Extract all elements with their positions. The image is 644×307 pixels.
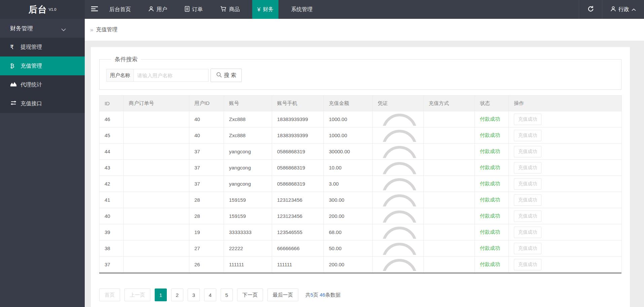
voucher-image[interactable] bbox=[382, 146, 420, 158]
user-id-cell: 28 bbox=[189, 192, 224, 208]
username-input[interactable] bbox=[134, 69, 209, 82]
summary-mid: 页 bbox=[313, 292, 319, 298]
refresh-button[interactable] bbox=[579, 0, 602, 19]
sidebar-item[interactable]: ₹提现管理 bbox=[0, 38, 85, 56]
pagination-page-button[interactable]: 4 bbox=[204, 289, 216, 301]
recharge-status-button[interactable]: 充值成功 bbox=[514, 178, 541, 190]
status-text: 付款成功 bbox=[480, 164, 500, 170]
recharge-records-table: ID商户订单号用户ID账号账号手机充值金额凭证充值方式状态操作 4640Zxc8… bbox=[99, 95, 622, 273]
action-cell: 充值成功 bbox=[509, 127, 622, 144]
column-header: 充值金额 bbox=[324, 95, 373, 111]
sidebar-items: ₹提现管理₿充值管理代理统计充值接口 bbox=[0, 38, 85, 113]
chevron-up-icon bbox=[632, 6, 636, 12]
column-header: 用户ID bbox=[189, 95, 224, 111]
user-menu[interactable]: 行政 bbox=[602, 0, 644, 19]
pagination-page-button[interactable]: 1 bbox=[155, 289, 167, 301]
sidebar-item-label: 充值管理 bbox=[21, 63, 42, 70]
recharge-status-button[interactable]: 充值成功 bbox=[514, 210, 541, 222]
sidebar: 财务管理 ₹提现管理₿充值管理代理统计充值接口 bbox=[0, 19, 85, 307]
method-cell bbox=[424, 127, 475, 144]
voucher-image[interactable] bbox=[382, 227, 420, 239]
user-id-cell: 27 bbox=[189, 240, 224, 257]
exchange-icon bbox=[10, 101, 17, 107]
main-area: » 充值管理 条件搜索 用户名称 搜 索 bbox=[85, 19, 644, 307]
column-header: 账号手机 bbox=[272, 95, 324, 111]
method-cell bbox=[424, 160, 475, 176]
pagination-next-button[interactable]: 下一页 bbox=[237, 289, 263, 301]
order-no-cell bbox=[124, 111, 189, 127]
recharge-status-button[interactable]: 充值成功 bbox=[514, 259, 541, 270]
sidebar-item[interactable]: 代理统计 bbox=[0, 75, 85, 94]
chevron-down-icon bbox=[61, 26, 66, 33]
pagination-page-button[interactable]: 2 bbox=[171, 289, 183, 301]
topnav-item[interactable]: 商品 bbox=[215, 0, 245, 19]
app-title: 后台 bbox=[29, 4, 47, 15]
topnav-item-label: 订单 bbox=[192, 6, 203, 13]
account-cell: yangcong bbox=[224, 160, 272, 176]
summary-suffix: 条数据 bbox=[325, 292, 340, 298]
recharge-status-button[interactable]: 充值成功 bbox=[514, 194, 541, 206]
pagination-prev-button[interactable]: 上一页 bbox=[124, 289, 150, 301]
column-header: 账号 bbox=[224, 95, 272, 111]
amount-cell: 3.00 bbox=[324, 176, 373, 192]
recharge-status-button[interactable]: 充值成功 bbox=[514, 227, 541, 238]
topnav-item[interactable]: 订单 bbox=[180, 0, 208, 19]
phone-cell: 0586868319 bbox=[272, 144, 324, 160]
table-row: 4237yangcong05868683193.00付款成功充值成功 bbox=[100, 176, 622, 192]
search-button[interactable]: 搜 索 bbox=[211, 69, 242, 82]
app-version: V1.0 bbox=[49, 7, 56, 11]
pagination-page-button[interactable]: 5 bbox=[221, 289, 233, 301]
column-header: 操作 bbox=[509, 95, 622, 111]
app-logo: 后台V1.0 bbox=[0, 0, 85, 19]
status-cell: 付款成功 bbox=[475, 111, 509, 127]
amount-cell: 30000.00 bbox=[324, 144, 373, 160]
voucher-cell bbox=[373, 257, 424, 273]
pagination-last-button[interactable]: 最后一页 bbox=[267, 289, 298, 301]
topnav-item[interactable]: 用户 bbox=[143, 0, 172, 19]
voucher-cell bbox=[373, 176, 424, 192]
topnav-item[interactable]: 系统管理 bbox=[286, 0, 317, 19]
voucher-image[interactable] bbox=[382, 130, 420, 142]
voucher-image[interactable] bbox=[382, 259, 420, 271]
breadcrumb: » 充值管理 bbox=[85, 19, 644, 41]
voucher-image[interactable] bbox=[382, 178, 420, 190]
voucher-image[interactable] bbox=[382, 210, 420, 223]
action-cell: 充值成功 bbox=[509, 240, 622, 257]
recharge-status-button[interactable]: 充值成功 bbox=[514, 130, 541, 141]
menu-collapse-button[interactable] bbox=[85, 0, 104, 19]
id-cell: 41 bbox=[100, 192, 124, 208]
action-cell: 充值成功 bbox=[509, 208, 622, 224]
sidebar-group-finance[interactable]: 财务管理 bbox=[0, 19, 85, 38]
voucher-image[interactable] bbox=[382, 162, 420, 174]
amount-cell: 10.00 bbox=[324, 160, 373, 176]
topnav-item[interactable]: ¥财务 bbox=[252, 0, 278, 19]
recharge-status-button[interactable]: 充值成功 bbox=[514, 162, 541, 174]
sidebar-item[interactable]: ₿充值管理 bbox=[0, 56, 85, 75]
order-no-cell bbox=[124, 127, 189, 144]
phone-cell: 0586868319 bbox=[272, 160, 324, 176]
voucher-image[interactable] bbox=[382, 243, 420, 255]
table-row: 4540Zxc888183839393991000.00付款成功充值成功 bbox=[100, 127, 622, 144]
pagination-page-button[interactable]: 3 bbox=[188, 289, 200, 301]
voucher-image[interactable] bbox=[382, 194, 420, 206]
method-cell bbox=[424, 257, 475, 273]
topnav-item-label: 财务 bbox=[263, 6, 273, 13]
status-cell: 付款成功 bbox=[475, 240, 509, 257]
status-text: 付款成功 bbox=[480, 229, 500, 235]
summary-prefix: 共 bbox=[305, 292, 310, 298]
recharge-status-button[interactable]: 充值成功 bbox=[514, 114, 541, 125]
recharge-status-button[interactable]: 充值成功 bbox=[514, 243, 541, 254]
table-row: 4028159159123123456200.00付款成功充值成功 bbox=[100, 208, 622, 224]
id-cell: 45 bbox=[100, 127, 124, 144]
column-header: 商户订单号 bbox=[124, 95, 189, 111]
voucher-image[interactable] bbox=[382, 114, 420, 126]
amount-cell: 300.00 bbox=[324, 192, 373, 208]
sidebar-item[interactable]: 充值接口 bbox=[0, 94, 85, 113]
table-header-row: ID商户订单号用户ID账号账号手机充值金额凭证充值方式状态操作 bbox=[100, 95, 622, 111]
status-text: 付款成功 bbox=[480, 116, 500, 122]
user-id-cell: 19 bbox=[189, 224, 224, 240]
breadcrumb-arrow-icon: » bbox=[90, 27, 93, 33]
topnav-item[interactable]: 后台首页 bbox=[104, 0, 136, 19]
pagination-first-button[interactable]: 首页 bbox=[99, 289, 120, 301]
recharge-status-button[interactable]: 充值成功 bbox=[514, 146, 541, 157]
